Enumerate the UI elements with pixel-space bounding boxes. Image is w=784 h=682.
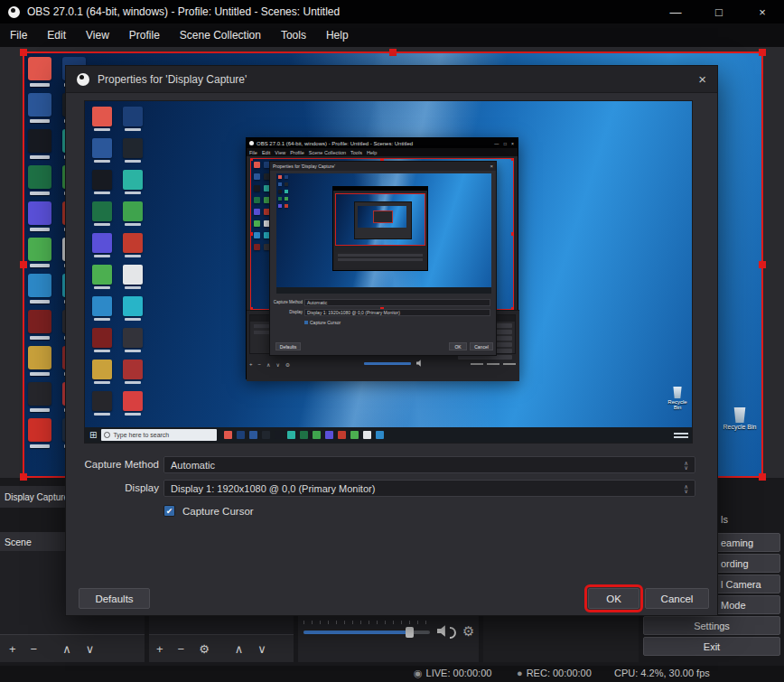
captured-menu-bar: File Edit View Profile Scene Collection … (247, 148, 518, 156)
volume-tick (312, 621, 313, 624)
mini-bar (338, 258, 423, 261)
move-source-down-button[interactable]: ∨ (257, 642, 266, 656)
menu-item-scene-collection[interactable]: Scene Collection (170, 29, 271, 42)
desktop-icon (28, 382, 51, 406)
captured-menu-item: Edit (262, 150, 270, 155)
menu-item-tools[interactable]: Tools (271, 29, 316, 42)
remove-source-button[interactable]: − (178, 642, 185, 656)
selection-handle (250, 158, 253, 161)
capture-method-dropdown[interactable]: Automatic ∧ ∨ (163, 456, 695, 473)
cancel-button[interactable]: Cancel (645, 588, 709, 609)
close-icon: × (490, 163, 493, 169)
dialog-titlebar[interactable]: Properties for 'Display Capture' × (66, 66, 717, 93)
close-button[interactable]: × (741, 0, 784, 23)
settings-button[interactable]: Settings (643, 616, 780, 635)
selection-handle[interactable] (389, 49, 397, 56)
selection-handle[interactable] (20, 49, 27, 56)
volume-tick (377, 621, 378, 624)
move-scene-down-button[interactable]: ∨ (86, 642, 95, 656)
defaults-button[interactable]: Defaults (79, 588, 150, 609)
minimize-button[interactable]: — (654, 0, 697, 23)
desktop-icon (92, 107, 112, 126)
captured-status-bars (471, 363, 516, 365)
add-source-button[interactable]: + (156, 642, 163, 656)
volume-tick (344, 621, 345, 624)
desktop-icon (262, 431, 270, 439)
desktop-icon (92, 328, 112, 348)
recycle-bin-glyph (733, 407, 747, 423)
desktop-icon (275, 431, 283, 439)
taskbar-search-text: Type here to search (113, 432, 169, 438)
menu-item-view[interactable]: View (76, 29, 119, 42)
menu-item-help[interactable]: Help (316, 29, 359, 42)
properties-dialog: Properties for 'Display Capture' × Recyc… (65, 65, 718, 616)
mini-bar (338, 254, 423, 257)
capture-cursor-label: Capture Cursor (182, 506, 254, 517)
dialog-title: Properties for 'Display Capture' (98, 73, 247, 86)
move-source-up-button[interactable]: ∧ (235, 642, 244, 656)
volume-tick (328, 621, 329, 624)
maximize-button[interactable]: □ (697, 0, 741, 23)
exit-button[interactable]: Exit (643, 637, 780, 656)
volume-slider-handle[interactable] (406, 627, 414, 638)
desktop-icon (285, 182, 288, 186)
volume-slider[interactable] (303, 631, 430, 634)
rec-timer: REC: 00:00:00 (527, 668, 592, 678)
cpu-fps-status: CPU: 4.2%, 30.00 fps (614, 668, 710, 678)
rec-status: ●REC: 00:00:00 (517, 668, 592, 678)
recycle-bin-glyph (673, 387, 683, 398)
desktop-icon (278, 204, 282, 208)
desktop-icon (278, 197, 282, 201)
menu-item-profile[interactable]: Profile (119, 29, 170, 42)
desktop-icon (28, 93, 51, 117)
desktop-icon (123, 233, 143, 253)
desktop-icon (92, 391, 112, 411)
desktop-icon (254, 220, 260, 227)
selection-handle (250, 232, 253, 236)
mixer-gear-icon[interactable]: ⚙ (462, 623, 474, 640)
desktop-icon (28, 238, 51, 261)
volume-tick (385, 621, 386, 624)
obs-logo-icon (77, 73, 89, 86)
selection-handle[interactable] (759, 261, 766, 268)
desktop-icon (92, 201, 112, 221)
source-preview: Recycle Bin OBS 27.0.1 (64-bit, windows)… (84, 100, 693, 444)
chevron-down-icon: ∨ (684, 489, 688, 493)
display-dropdown[interactable]: Display 1: 1920x1080 @ 0,0 (Primary Moni… (163, 480, 695, 497)
desktop-icon (28, 310, 51, 333)
desktop-icon (254, 244, 260, 250)
desktop-icon (254, 162, 260, 168)
captured-capture-cursor-checkbox: Capture Cursor (304, 320, 341, 325)
desktop-icon (224, 431, 232, 439)
window-titlebar[interactable]: OBS 27.0.1 (64-bit, windows) - Profile: … (0, 0, 784, 23)
move-scene-up-button[interactable]: ∧ (62, 642, 71, 656)
captured-defaults-button: Defaults (275, 342, 301, 350)
captured-obs-window: OBS 27.0.1 (64-bit, windows) - Profile: … (246, 137, 518, 379)
selection-handle[interactable] (759, 473, 766, 481)
taskbar-search-box: Type here to search (101, 429, 217, 441)
dialog-close-icon[interactable]: × (698, 71, 706, 87)
remove-scene-button[interactable]: − (31, 642, 38, 656)
desktop-icon (123, 170, 143, 190)
source-properties-gear-icon[interactable]: ⚙ (199, 642, 210, 656)
volume-tick (352, 621, 353, 624)
speaker-icon[interactable] (437, 625, 449, 637)
captured-source-preview (276, 173, 491, 294)
menu-item-file[interactable]: File (0, 29, 37, 42)
selection-handle[interactable] (759, 49, 766, 56)
volume-tick (417, 621, 418, 624)
live-status: ◉LIVE: 00:00:00 (414, 668, 491, 679)
recycle-bin-icon: Recycle Bin (665, 387, 690, 410)
ok-button[interactable]: OK (588, 588, 639, 609)
desktop-icon (285, 175, 288, 179)
menu-item-edit[interactable]: Edit (37, 29, 76, 42)
studio-mode-label: Mode (721, 600, 746, 611)
obs-main-window: OBS 27.0.1 (64-bit, windows) - Profile: … (0, 0, 784, 682)
desktop-icon (278, 175, 282, 179)
add-scene-button[interactable]: + (9, 642, 16, 656)
selection-handle[interactable] (20, 473, 27, 481)
start-recording-label: ording (721, 558, 749, 569)
capture-cursor-checkbox[interactable]: ✔ (163, 505, 175, 517)
window-controls: — □ × (654, 0, 784, 23)
selection-handle[interactable] (20, 261, 27, 268)
